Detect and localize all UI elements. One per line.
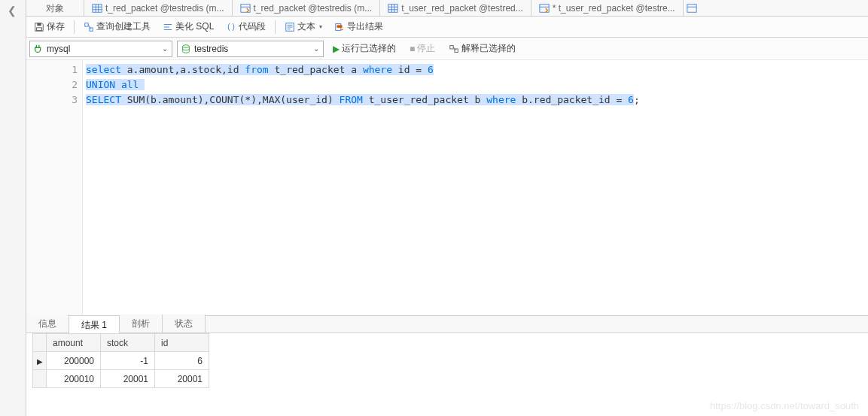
text-button[interactable]: 文本 ▾ <box>280 18 327 36</box>
separator <box>275 20 276 34</box>
kw: FROM <box>340 94 363 105</box>
snippet-button[interactable]: （） 代码段 <box>221 18 270 36</box>
tab-item-3[interactable]: * t_user_red_packet @testre... <box>531 0 684 17</box>
chevron-left-icon[interactable]: ❮ <box>8 5 17 17</box>
tab-status[interactable]: 状态 <box>163 314 206 332</box>
code-text: b.red_packet_id = <box>516 94 628 105</box>
database-icon <box>181 44 191 54</box>
play-icon: ▶ <box>333 44 340 54</box>
svg-rect-5 <box>240 4 249 12</box>
beautify-icon <box>163 22 173 32</box>
query-icon <box>539 3 550 14</box>
run-selected-button[interactable]: ▶ 运行已选择的 <box>328 41 400 57</box>
svg-rect-17 <box>37 27 42 30</box>
row-header-blank <box>33 334 47 352</box>
svg-rect-7 <box>388 4 397 12</box>
dropdown-arrow-icon: ⌄ <box>160 44 170 53</box>
query-toolbar: 保存 查询创建工具 美化 SQL （） 代码段 文本 ▾ <box>26 17 868 38</box>
result-grid: amount stock id ▶ 200000 -1 6 200010 200… <box>26 333 868 416</box>
run-label: 运行已选择的 <box>342 42 396 55</box>
toolbar-label: 导出结果 <box>347 20 383 33</box>
dropdown-value: mysql <box>47 44 157 54</box>
svg-rect-16 <box>37 23 41 26</box>
line-number: 1 <box>26 62 78 77</box>
toolbar-label: 保存 <box>47 20 65 33</box>
kw: where <box>486 94 516 105</box>
explain-button[interactable]: 解释已选择的 <box>444 41 520 57</box>
explain-label: 解释已选择的 <box>461 42 516 55</box>
code-text: id = <box>392 64 428 75</box>
tab-label: 剖析 <box>132 318 150 329</box>
datasheet-icon-overflow[interactable] <box>685 2 699 15</box>
cell[interactable]: 20001 <box>101 370 155 388</box>
row-indicator: ▶ <box>33 352 47 370</box>
table-row[interactable]: ▶ 200000 -1 6 <box>33 352 209 370</box>
save-button[interactable]: 保存 <box>29 18 69 36</box>
kw: UNION all <box>86 79 139 90</box>
result-table[interactable]: amount stock id ▶ 200000 -1 6 200010 200… <box>32 333 209 388</box>
tab-label: t_user_red_packet @testred... <box>401 0 523 17</box>
beautify-button[interactable]: 美化 SQL <box>158 18 218 36</box>
svg-rect-18 <box>85 23 88 26</box>
parens-icon: （） <box>226 22 236 32</box>
text-icon <box>285 22 295 32</box>
col-header[interactable]: id <box>155 334 209 352</box>
col-header[interactable]: stock <box>101 334 155 352</box>
tab-profile[interactable]: 剖析 <box>120 314 163 332</box>
export-icon <box>334 22 345 32</box>
line-number: 3 <box>26 93 78 108</box>
tab-label: * t_user_red_packet @testre... <box>553 0 675 17</box>
col-header[interactable]: amount <box>47 334 101 352</box>
plug-icon <box>33 44 44 54</box>
datasheet-icon <box>92 3 102 14</box>
kw: SELECT <box>86 94 121 105</box>
kw: where <box>363 64 392 75</box>
schema-dropdown[interactable]: testredis ⌄ <box>177 41 324 57</box>
toolbar-label: 美化 SQL <box>175 20 214 33</box>
svg-rect-29 <box>337 25 343 28</box>
sql-editor[interactable]: 1 2 3 select a.amount,a.stock,id from t_… <box>26 60 868 315</box>
tab-label: t_red_packet @testredis (m... <box>254 0 373 17</box>
query-builder-icon <box>84 22 94 32</box>
tab-label: 对象 <box>46 0 64 17</box>
table-header-row: amount stock id <box>33 334 209 352</box>
connection-dropdown[interactable]: mysql ⌄ <box>29 41 172 57</box>
cell[interactable]: -1 <box>101 352 155 370</box>
left-gutter: ❮ <box>0 0 26 416</box>
editor-tabs: 对象 t_red_packet @testredis (m... t_red_p… <box>26 0 868 17</box>
row-indicator <box>33 370 47 388</box>
cell[interactable]: 20001 <box>155 370 209 388</box>
tab-info[interactable]: 信息 <box>26 314 69 332</box>
tab-item-2[interactable]: t_user_red_packet @testred... <box>380 0 531 17</box>
tab-item-1[interactable]: t_red_packet @testredis (m... <box>233 0 381 17</box>
tab-label: t_red_packet @testredis (m... <box>105 0 224 17</box>
kw: from <box>245 64 268 75</box>
code-area[interactable]: select a.amount,a.stock,id from t_red_pa… <box>83 60 868 315</box>
tab-result-1[interactable]: 结果 1 <box>69 315 120 333</box>
tab-item-0[interactable]: t_red_packet @testredis (m... <box>84 0 233 17</box>
line-number: 2 <box>26 77 78 93</box>
tab-label: 状态 <box>175 318 193 329</box>
query-builder-button[interactable]: 查询创建工具 <box>79 18 155 36</box>
caret-down-icon: ▾ <box>319 23 322 30</box>
cell[interactable]: 200000 <box>47 352 101 370</box>
connection-row: mysql ⌄ testredis ⌄ ▶ 运行已选择的 ■ 停止 解释已选择的 <box>26 38 868 60</box>
code-text: ; <box>634 94 640 105</box>
explain-icon <box>449 44 459 54</box>
table-row[interactable]: 200010 20001 20001 <box>33 370 209 388</box>
kw: select <box>86 64 121 75</box>
separator <box>74 20 75 34</box>
svg-rect-12 <box>540 4 549 12</box>
code-text: t_red_packet a <box>269 64 363 75</box>
save-icon <box>34 22 44 32</box>
export-button[interactable]: 导出结果 <box>330 18 388 36</box>
line-gutter: 1 2 3 <box>26 60 83 315</box>
tab-objects[interactable]: 对象 <box>26 0 84 17</box>
num: 6 <box>428 64 434 75</box>
toolbar-label: 文本 <box>297 20 315 33</box>
cell[interactable]: 200010 <box>47 370 101 388</box>
stop-button: ■ 停止 <box>405 41 440 57</box>
num: 6 <box>628 94 634 105</box>
cell[interactable]: 6 <box>155 352 209 370</box>
toolbar-label: 查询创建工具 <box>96 20 151 33</box>
